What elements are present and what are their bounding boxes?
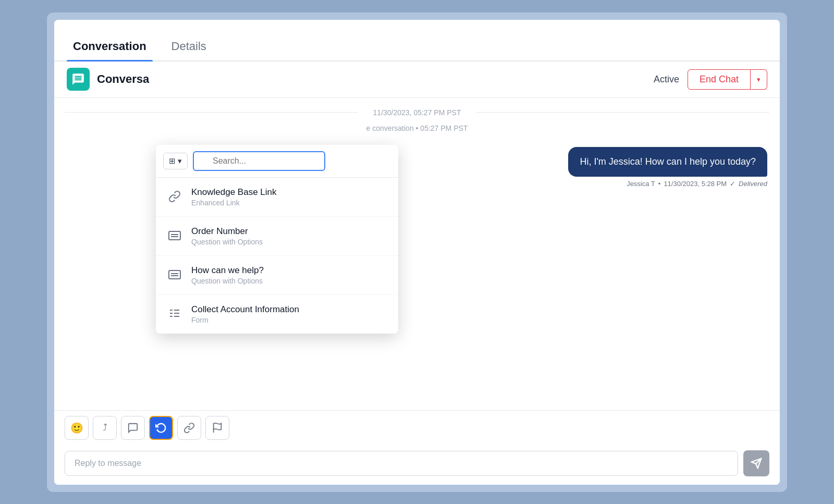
emoji-button[interactable]: 🙂 xyxy=(65,416,89,440)
order-number-title: Order Number xyxy=(191,226,263,237)
reply-bar xyxy=(54,445,780,485)
order-number-icon xyxy=(166,227,183,244)
grid-icon: ⊞ xyxy=(169,156,176,166)
send-button[interactable] xyxy=(743,450,769,476)
tab-conversation[interactable]: Conversation xyxy=(67,40,153,60)
attach-icon: ⤴ xyxy=(103,422,107,433)
knowledge-base-link-subtitle: Enhanced Link xyxy=(191,199,277,207)
chat-meta: Jessica T • 11/30/2023, 5:28 PM ✓ Delive… xyxy=(627,180,767,188)
search-wrapper: 🔍 xyxy=(193,151,391,171)
send-icon xyxy=(751,458,762,469)
status-label: Active xyxy=(654,74,679,85)
chat-bubble: Hi, I'm Jessica! How can I help you toda… xyxy=(568,147,767,177)
tab-details[interactable]: Details xyxy=(165,40,213,60)
collect-account-info-subtitle: Form xyxy=(191,316,299,324)
conversation-title: Conversa xyxy=(97,72,654,86)
end-chat-dropdown-button[interactable]: ▾ xyxy=(751,69,767,90)
how-can-we-help-title: How can we help? xyxy=(191,265,264,276)
grid-dropdown-arrow: ▾ xyxy=(178,156,182,166)
tabs-bar: Conversation Details xyxy=(54,20,780,62)
collect-account-info-text: Collect Account Information Form xyxy=(191,304,299,324)
link-button[interactable] xyxy=(177,416,201,440)
how-can-we-help-subtitle: Question with Options xyxy=(191,277,264,285)
dropdown-item-collect-account-info[interactable]: Collect Account Information Form xyxy=(156,295,398,334)
chat-system-message: e conversation • 05:27 PM PST xyxy=(54,121,780,141)
svg-rect-0 xyxy=(169,231,180,240)
knowledge-base-link-text: Knowledge Base Link Enhanced Link xyxy=(191,187,277,207)
bot-icon xyxy=(155,422,167,434)
chat-icon xyxy=(71,72,85,86)
delivered-status: Delivered xyxy=(739,180,767,188)
knowledge-base-link-icon xyxy=(166,188,183,205)
delivered-check-icon: ✓ xyxy=(730,180,735,188)
collect-account-info-icon xyxy=(166,305,183,322)
dropdown-item-how-can-we-help[interactable]: How can we help? Question with Options xyxy=(156,256,398,295)
flag-icon xyxy=(212,422,223,434)
end-chat-group: End Chat ▾ xyxy=(688,69,767,90)
note-icon xyxy=(127,422,139,434)
collect-account-info-title: Collect Account Information xyxy=(191,304,299,315)
chat-area: 11/30/2023, 05:27 PM PST e conversation … xyxy=(54,98,780,410)
end-chat-button[interactable]: End Chat xyxy=(688,69,751,90)
dropdown-item-order-number[interactable]: Order Number Question with Options xyxy=(156,217,398,256)
emoji-icon: 🙂 xyxy=(70,422,83,434)
chat-date-divider: 11/30/2023, 05:27 PM PST xyxy=(54,98,780,121)
how-can-we-help-text: How can we help? Question with Options xyxy=(191,265,264,285)
how-can-we-help-icon xyxy=(166,266,183,283)
grid-view-button[interactable]: ⊞ ▾ xyxy=(163,153,188,169)
outer-background: Conversation Details Conversa Active End… xyxy=(47,13,787,492)
conversation-header: Conversa Active End Chat ▾ xyxy=(54,62,780,98)
bot-button[interactable] xyxy=(149,416,173,440)
order-number-subtitle: Question with Options xyxy=(191,238,263,246)
svg-rect-3 xyxy=(169,271,180,279)
flag-button[interactable] xyxy=(205,416,229,440)
toolbar: 🙂 ⤴ xyxy=(54,410,780,445)
order-number-text: Order Number Question with Options xyxy=(191,226,263,246)
chat-sender: Jessica T xyxy=(627,180,655,188)
knowledge-base-link-title: Knowledge Base Link xyxy=(191,187,277,198)
search-input[interactable] xyxy=(193,151,325,171)
attach-button[interactable]: ⤴ xyxy=(93,416,117,440)
chat-timestamp: 11/30/2023, 5:28 PM xyxy=(664,180,727,188)
link-icon xyxy=(183,422,195,434)
conversation-icon xyxy=(67,68,90,91)
note-button[interactable] xyxy=(121,416,145,440)
dropdown-menu: ⊞ ▾ 🔍 Kno xyxy=(156,145,398,334)
main-panel: Conversation Details Conversa Active End… xyxy=(54,20,780,485)
dropdown-search-row: ⊞ ▾ 🔍 xyxy=(156,145,398,178)
chat-bubble-wrapper: Hi, I'm Jessica! How can I help you toda… xyxy=(568,147,767,188)
reply-input[interactable] xyxy=(65,451,738,476)
dropdown-item-knowledge-base-link[interactable]: Knowledge Base Link Enhanced Link xyxy=(156,178,398,217)
